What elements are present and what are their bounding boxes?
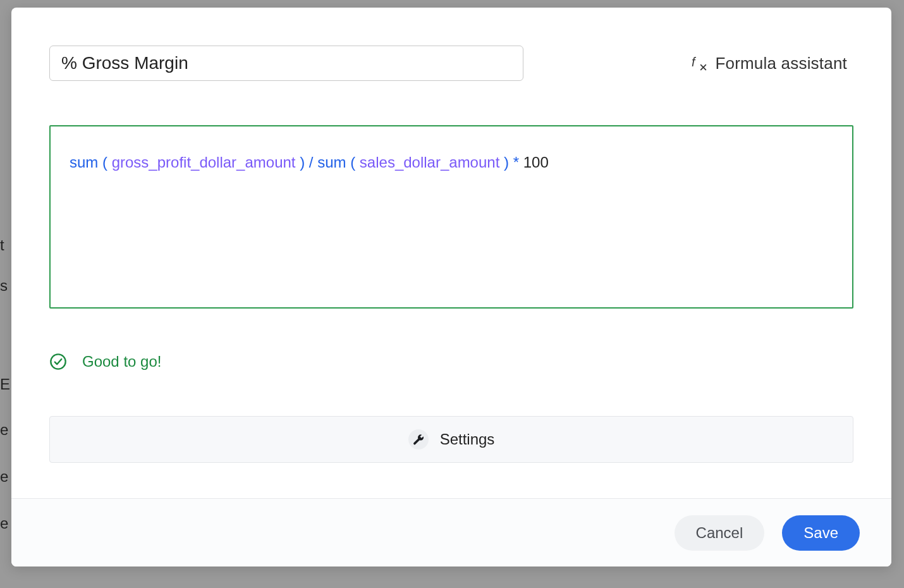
background-text: s bbox=[0, 278, 8, 293]
wrench-icon bbox=[408, 429, 429, 450]
settings-button[interactable]: Settings bbox=[49, 416, 853, 463]
formula-token: ) bbox=[499, 154, 513, 171]
formula-name-input[interactable] bbox=[49, 46, 523, 81]
formula-token: ( bbox=[98, 154, 111, 171]
formula-editor-dialog: f Formula assistant sum ( gross_profit_d… bbox=[11, 8, 891, 567]
formula-token: / bbox=[309, 154, 314, 171]
formula-assistant-label: Formula assistant bbox=[715, 54, 847, 73]
svg-text:f: f bbox=[692, 55, 697, 69]
background-text: e bbox=[0, 422, 8, 438]
settings-label: Settings bbox=[440, 431, 495, 448]
formula-assistant-link[interactable]: f Formula assistant bbox=[691, 54, 853, 73]
formula-token: sum bbox=[70, 154, 98, 171]
background-text: e bbox=[0, 516, 8, 531]
background-text: e bbox=[0, 469, 8, 484]
dialog-footer: Cancel Save bbox=[11, 498, 891, 567]
svg-point-3 bbox=[51, 354, 65, 369]
formula-editor[interactable]: sum ( gross_profit_dollar_amount ) / sum… bbox=[49, 125, 853, 309]
validation-status: Good to go! bbox=[49, 353, 853, 371]
formula-token: ( bbox=[346, 154, 360, 171]
formula-token: ) bbox=[296, 154, 309, 171]
formula-token: gross_profit_dollar_amount bbox=[112, 154, 296, 171]
formula-token: 100 bbox=[523, 154, 549, 171]
save-button[interactable]: Save bbox=[782, 515, 860, 551]
formula-token: sales_dollar_amount bbox=[360, 154, 499, 171]
background-text: t bbox=[0, 238, 4, 253]
formula-token: sum bbox=[317, 154, 346, 171]
cancel-button[interactable]: Cancel bbox=[675, 515, 765, 551]
formula-content: sum ( gross_profit_dollar_amount ) / sum… bbox=[70, 152, 833, 173]
validation-message: Good to go! bbox=[82, 353, 161, 371]
fx-icon: f bbox=[691, 55, 707, 71]
background-text: E bbox=[0, 377, 10, 392]
check-circle-icon bbox=[49, 353, 67, 371]
formula-token: * bbox=[513, 154, 523, 171]
